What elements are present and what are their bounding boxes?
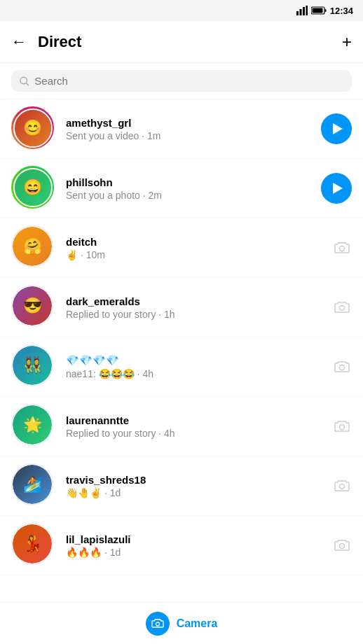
avatar: 😎 xyxy=(13,286,52,326)
page-title: Direct xyxy=(38,33,81,51)
avatar: 👯 xyxy=(13,346,52,385)
search-input[interactable] xyxy=(34,75,343,87)
avatar-wrap: 😄 xyxy=(11,166,56,211)
list-item[interactable]: 🏄 travis_shreds18 👋🤚✌️ · 1d xyxy=(0,456,363,516)
svg-rect-3 xyxy=(306,6,308,15)
svg-rect-2 xyxy=(303,7,305,15)
message-preview: 🔥🔥🔥 · 1d xyxy=(66,547,322,558)
avatar: 🤗 xyxy=(13,227,52,266)
play-icon xyxy=(333,183,343,194)
svg-line-8 xyxy=(27,83,29,85)
avatar-wrap: 💃 xyxy=(11,523,56,568)
message-preview: Sent you a video · 1m xyxy=(66,130,311,141)
username: amethyst_grl xyxy=(66,117,311,129)
svg-rect-1 xyxy=(299,9,301,15)
svg-rect-6 xyxy=(312,8,322,13)
message-content: travis_shreds18 👋🤚✌️ · 1d xyxy=(66,474,322,498)
avatar: 💃 xyxy=(13,524,52,564)
header-left: ← Direct xyxy=(11,33,81,51)
avatar: 🌟 xyxy=(13,405,52,444)
avatar-wrap: 🌟 xyxy=(11,404,56,449)
svg-rect-0 xyxy=(296,11,299,15)
message-content: 💎💎💎💎 nae11: 😂😂😂 · 4h xyxy=(66,354,322,379)
camera-action-icon[interactable] xyxy=(332,416,352,436)
message-preview: Replied to your story · 4h xyxy=(66,428,322,439)
message-content: phillsohn Sent you a photo · 2m xyxy=(66,176,311,201)
message-preview: ✌️ · 10m xyxy=(66,249,322,260)
svg-point-12 xyxy=(340,425,345,430)
list-item[interactable]: 💃 lil_lapislazuli 🔥🔥🔥 · 1d xyxy=(0,516,363,575)
new-message-button[interactable]: + xyxy=(342,32,352,52)
camera-icon xyxy=(333,538,351,553)
message-content: amethyst_grl Sent you a video · 1m xyxy=(66,117,311,141)
play-button[interactable] xyxy=(321,113,352,144)
username: lil_lapislazuli xyxy=(66,533,322,545)
status-icons: 12:34 xyxy=(296,6,353,16)
search-wrap xyxy=(11,70,352,92)
avatar-wrap: 😊 xyxy=(11,106,56,151)
camera-action-icon[interactable] xyxy=(332,357,352,377)
avatar-wrap: 🏄 xyxy=(11,463,56,508)
camera-icon xyxy=(333,300,351,315)
svg-rect-5 xyxy=(324,9,326,12)
avatar-wrap: 😎 xyxy=(11,285,56,330)
list-item[interactable]: 🌟 laurenanntte Replied to your story · 4… xyxy=(0,397,363,456)
svg-point-10 xyxy=(340,306,345,311)
avatar-wrap: 🤗 xyxy=(11,225,56,270)
list-item[interactable]: 👯 💎💎💎💎 nae11: 😂😂😂 · 4h xyxy=(0,337,363,397)
username: dark_emeralds xyxy=(66,295,322,307)
avatar-wrap: 👯 xyxy=(11,344,56,389)
list-item[interactable]: 😊 amethyst_grl Sent you a video · 1m xyxy=(0,99,363,159)
camera-icon-btn[interactable] xyxy=(146,612,170,636)
message-preview: nae11: 😂😂😂 · 4h xyxy=(66,368,322,379)
camera-icon xyxy=(333,478,351,493)
camera-action-icon[interactable] xyxy=(332,476,352,496)
message-content: dark_emeralds Replied to your story · 1h xyxy=(66,295,322,320)
play-icon xyxy=(333,123,343,134)
username: travis_shreds18 xyxy=(66,474,322,486)
svg-point-9 xyxy=(340,246,345,251)
svg-point-15 xyxy=(156,622,159,626)
play-button[interactable] xyxy=(321,173,352,204)
camera-icon xyxy=(333,359,351,374)
status-time: 12:34 xyxy=(330,6,353,16)
message-preview: Sent you a photo · 2m xyxy=(66,190,311,201)
bottom-bar[interactable]: Camera xyxy=(0,602,363,644)
camera-label: Camera xyxy=(177,617,218,630)
message-content: lil_lapislazuli 🔥🔥🔥 · 1d xyxy=(66,533,322,558)
camera-action-icon[interactable] xyxy=(332,536,352,555)
camera-icon xyxy=(151,618,164,629)
search-icon xyxy=(20,76,29,86)
svg-point-13 xyxy=(340,484,345,489)
svg-point-11 xyxy=(340,365,345,370)
username: 💎💎💎💎 xyxy=(66,354,322,367)
status-bar: 12:34 xyxy=(0,0,363,21)
camera-icon xyxy=(333,240,351,255)
username: deitch xyxy=(66,236,322,248)
camera-icon xyxy=(333,419,351,434)
battery-icon xyxy=(311,6,327,15)
list-item[interactable]: 😄 phillsohn Sent you a photo · 2m xyxy=(0,159,363,218)
message-preview: 👋🤚✌️ · 1d xyxy=(66,487,322,498)
header: ← Direct + xyxy=(0,21,363,63)
list-item[interactable]: 😎 dark_emeralds Replied to your story · … xyxy=(0,278,363,337)
svg-point-14 xyxy=(340,544,345,549)
username: laurenanntte xyxy=(66,414,322,426)
camera-action-icon[interactable] xyxy=(332,298,352,317)
message-list: 😊 amethyst_grl Sent you a video · 1m 😄 p… xyxy=(0,99,363,575)
message-content: laurenanntte Replied to your story · 4h xyxy=(66,414,322,439)
username: phillsohn xyxy=(66,176,311,188)
search-bar xyxy=(0,63,363,99)
avatar: 🏄 xyxy=(13,465,52,504)
list-item[interactable]: 🤗 deitch ✌️ · 10m xyxy=(0,218,363,278)
avatar: 😊 xyxy=(15,110,51,146)
avatar: 😄 xyxy=(15,169,51,206)
camera-action-icon[interactable] xyxy=(332,238,352,258)
message-content: deitch ✌️ · 10m xyxy=(66,236,322,260)
message-preview: Replied to your story · 1h xyxy=(66,309,322,320)
signal-icon xyxy=(296,6,308,15)
back-button[interactable]: ← xyxy=(11,33,27,51)
